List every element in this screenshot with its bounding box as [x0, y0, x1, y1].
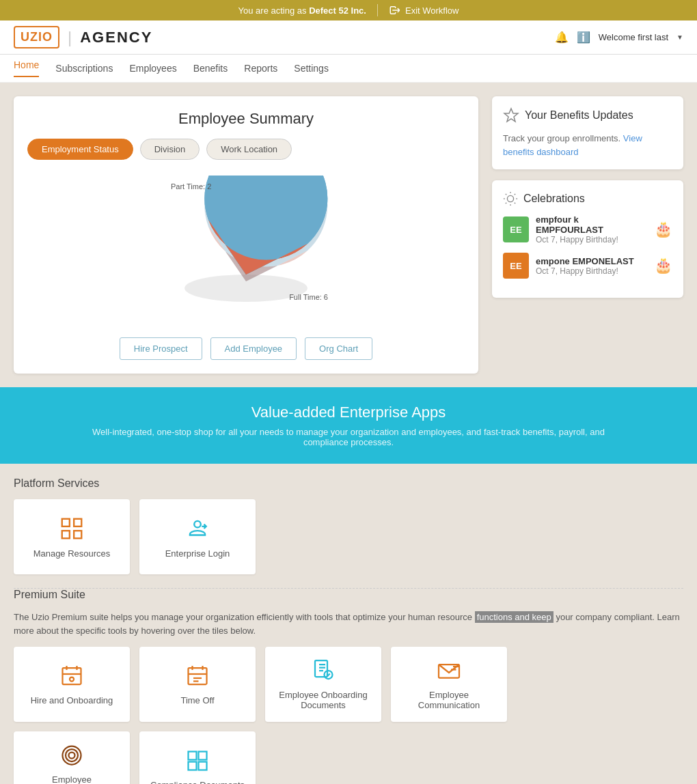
- exit-workflow-button[interactable]: Exit Workflow: [377, 4, 459, 16]
- tile-hire-onboarding[interactable]: Hire and Onboarding: [14, 647, 130, 722]
- svg-rect-12: [74, 518, 81, 526]
- svg-marker-1: [504, 109, 518, 122]
- celebration-item-2: EE empone EMPONELAST Oct 7, Happy Birthd…: [503, 253, 672, 279]
- svg-point-20: [70, 677, 74, 681]
- company-link[interactable]: Defect 52 Inc.: [309, 5, 366, 16]
- benefits-panel-title: Your Benefits Updates: [503, 107, 672, 124]
- enterprise-banner-description: Well-integrated, one-stop shop for all y…: [75, 427, 622, 447]
- cake-icon-2: 🎂: [654, 257, 672, 275]
- premium-suite-description: The Uzio Premium suite helps you manage …: [14, 611, 683, 637]
- celebration-name-2: empone EMPONELAST: [536, 256, 647, 266]
- benefits-icon: [503, 107, 519, 124]
- platform-services-title: Platform Services: [14, 477, 683, 490]
- acting-as-text: You are acting as Defect 52 Inc.: [238, 5, 366, 16]
- svg-line-5: [506, 194, 506, 195]
- logo: UZIO: [14, 26, 59, 48]
- platform-services-section: Platform Services Manage Resources Enter…: [0, 464, 697, 588]
- main-content: Employee Summary Employment Status Divis…: [0, 83, 697, 387]
- tile-employee-compensation[interactable]: Employee Compensation: [14, 731, 130, 784]
- user-dropdown-arrow[interactable]: ▼: [676, 33, 683, 41]
- part-time-label: Part Time: 2: [171, 182, 211, 191]
- nav-benefits[interactable]: Benefits: [193, 63, 228, 74]
- enterprise-login-label: Enterprise Login: [165, 548, 230, 559]
- compliance-docs-label: Compliance Documents: [150, 780, 245, 785]
- premium-tiles-second-row: Employee Compensation Compliance Documen…: [14, 731, 683, 784]
- top-banner: You are acting as Defect 52 Inc. Exit Wo…: [0, 0, 697, 20]
- svg-rect-37: [189, 761, 197, 770]
- premium-suite-title: Premium Suite: [14, 589, 683, 601]
- enterprise-banner: Value-added Enterprise Apps Well-integra…: [0, 387, 697, 464]
- svg-point-15: [194, 520, 201, 527]
- time-off-icon: [185, 664, 210, 688]
- celebrations-panel: Celebrations EE empfour k EMPFOURLAST Oc…: [492, 180, 683, 298]
- svg-rect-38: [199, 761, 207, 770]
- employee-compensation-icon: [59, 743, 84, 768]
- svg-point-33: [66, 749, 78, 761]
- celebrations-label: Celebrations: [523, 193, 585, 205]
- filter-work-location[interactable]: Work Location: [206, 139, 292, 160]
- time-off-label: Time Off: [180, 695, 214, 705]
- nav-subscriptions[interactable]: Subscriptions: [55, 63, 113, 74]
- premium-tiles: Hire and Onboarding Time Off Employee On…: [14, 647, 683, 722]
- celebrations-icon: [503, 191, 518, 206]
- nav-home[interactable]: Home: [14, 59, 39, 77]
- summary-title: Employee Summary: [27, 110, 465, 128]
- compliance-docs-icon: [185, 748, 210, 773]
- tile-manage-resources[interactable]: Manage Resources: [14, 499, 130, 574]
- tile-enterprise-login[interactable]: Enterprise Login: [139, 499, 256, 574]
- org-chart-button[interactable]: Org Chart: [305, 337, 372, 360]
- tile-time-off[interactable]: Time Off: [139, 647, 256, 722]
- hire-onboarding-icon: [59, 664, 84, 688]
- celebration-info-2: empone EMPONELAST Oct 7, Happy Birthday!: [536, 256, 647, 276]
- nav-reports[interactable]: Reports: [244, 63, 277, 74]
- filter-employment-status[interactable]: Employment Status: [27, 139, 133, 160]
- tile-compliance-docs[interactable]: Compliance Documents: [139, 731, 256, 784]
- full-time-label: Full Time: 6: [289, 293, 328, 301]
- header-icons: 🔔 ℹ️ Welcome first last ▼: [555, 31, 683, 44]
- agency-title: AGENCY: [80, 29, 152, 46]
- celebration-date-1: Oct 7, Happy Birthday!: [536, 235, 647, 244]
- enterprise-login-icon: [184, 516, 210, 542]
- onboarding-docs-label: Employee Onboarding Documents: [276, 690, 370, 710]
- svg-point-2: [507, 195, 513, 201]
- svg-rect-27: [315, 660, 327, 677]
- highlight-text: functions and keep: [475, 611, 554, 623]
- nav-settings[interactable]: Settings: [294, 63, 329, 74]
- svg-line-6: [515, 203, 515, 204]
- avatar-2: EE: [503, 253, 529, 279]
- employee-communication-label: Employee Communication: [402, 690, 496, 710]
- tile-onboarding-docs[interactable]: Employee Onboarding Documents: [265, 647, 381, 722]
- benefits-panel: Your Benefits Updates Track your group e…: [492, 96, 683, 169]
- nav-employees[interactable]: Employees: [129, 63, 176, 74]
- tile-employee-communication[interactable]: Employee Communication: [391, 647, 507, 722]
- svg-rect-36: [199, 751, 207, 759]
- add-employee-button[interactable]: Add Employee: [210, 337, 297, 360]
- pie-chart-container: Part Time: 2 Full Time: 6: [27, 173, 465, 324]
- hire-onboarding-label: Hire and Onboarding: [31, 695, 113, 705]
- filter-buttons: Employment Status Division Work Location: [27, 139, 465, 160]
- nav-bar: Home Subscriptions Employees Benefits Re…: [0, 55, 697, 83]
- svg-point-34: [69, 753, 75, 759]
- header-left: UZIO | AGENCY: [14, 26, 152, 48]
- employee-compensation-label: Employee Compensation: [25, 774, 119, 784]
- premium-tiles-row2: Employee Compensation Compliance Documen…: [14, 731, 683, 784]
- hire-prospect-button[interactable]: Hire Prospect: [120, 337, 202, 360]
- svg-line-10: [515, 194, 515, 195]
- left-panel: Employee Summary Employment Status Divis…: [14, 96, 478, 374]
- employee-summary-card: Employee Summary Employment Status Divis…: [14, 96, 478, 374]
- platform-tiles: Manage Resources Enterprise Login: [14, 499, 683, 574]
- svg-rect-35: [189, 751, 197, 759]
- info-icon[interactable]: ℹ️: [577, 31, 590, 44]
- celebration-item-1: EE empfour k EMPFOURLAST Oct 7, Happy Bi…: [503, 214, 672, 244]
- celebration-date-2: Oct 7, Happy Birthday!: [536, 266, 647, 276]
- celebration-name-1: empfour k EMPFOURLAST: [536, 214, 647, 235]
- cake-icon-1: 🎂: [654, 221, 672, 238]
- premium-suite-section: Premium Suite The Uzio Premium suite hel…: [0, 589, 697, 784]
- filter-division[interactable]: Division: [140, 139, 200, 160]
- onboarding-docs-icon: [311, 658, 336, 683]
- welcome-text: Welcome first last: [599, 32, 668, 42]
- svg-rect-14: [62, 531, 70, 538]
- bell-icon[interactable]: 🔔: [555, 31, 569, 44]
- avatar-1: EE: [503, 216, 529, 242]
- celebrations-title: Celebrations: [503, 191, 672, 206]
